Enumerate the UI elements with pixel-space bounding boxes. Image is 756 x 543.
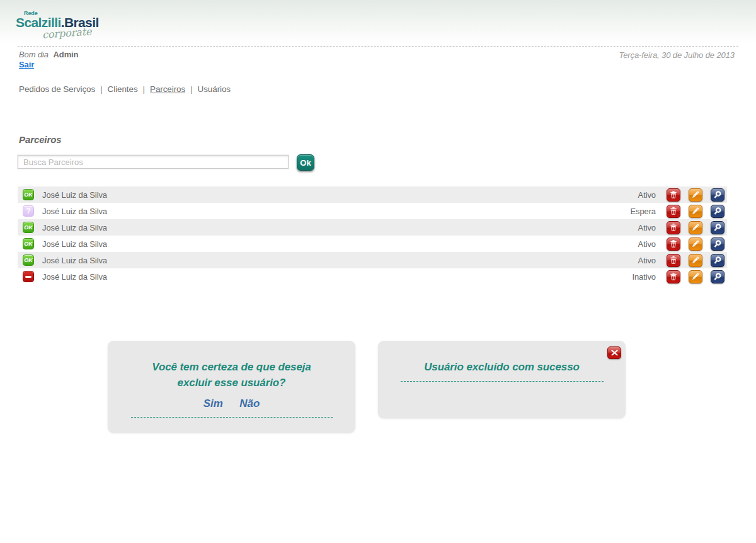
close-button[interactable] xyxy=(607,346,621,359)
trash-icon xyxy=(669,223,678,232)
greeting-text: Bom dia xyxy=(19,50,49,59)
partner-name: José Luiz da Silva xyxy=(42,256,638,265)
edit-button[interactable] xyxy=(689,237,702,251)
partners-table: OK José Luiz da Silva Ativo xyxy=(18,186,727,285)
nav-separator: | xyxy=(190,84,192,94)
confirm-message-line2: excluir esse usuário? xyxy=(108,375,355,391)
trash-icon xyxy=(669,272,678,281)
pencil-icon xyxy=(691,272,700,281)
magnifier-icon xyxy=(713,190,722,199)
table-row: OK José Luiz da Silva Ativo xyxy=(18,219,727,236)
logout-link[interactable]: Sair xyxy=(19,60,34,69)
row-actions xyxy=(667,205,724,218)
main-nav: Pedidos de Serviços|Clientes|Parceiros|U… xyxy=(19,84,231,94)
nav-separator: | xyxy=(100,84,102,94)
status-ok-icon: OK xyxy=(23,238,34,249)
edit-button[interactable] xyxy=(689,221,702,234)
close-x-icon xyxy=(610,349,619,357)
no-button[interactable]: Não xyxy=(239,397,260,409)
status-ok-icon: OK xyxy=(23,189,34,200)
table-row: OK José Luiz da Silva Ativo xyxy=(18,252,727,268)
table-row: OK José Luiz da Silva Ativo xyxy=(18,186,727,203)
view-button[interactable] xyxy=(711,237,724,251)
edit-button[interactable] xyxy=(689,270,702,283)
header-divider xyxy=(18,46,738,47)
confirm-dialog-divider xyxy=(131,417,333,418)
delete-button[interactable] xyxy=(667,237,680,251)
view-button[interactable] xyxy=(711,205,724,218)
nav-item-pedidos-de-servicos[interactable]: Pedidos de Serviços xyxy=(19,84,95,94)
trash-icon xyxy=(669,256,678,265)
view-button[interactable] xyxy=(711,188,724,202)
trash-icon xyxy=(669,190,678,199)
magnifier-icon xyxy=(713,207,722,215)
search-input[interactable] xyxy=(18,155,289,169)
search-ok-button[interactable]: Ok xyxy=(297,154,314,171)
pencil-icon xyxy=(691,190,700,199)
header-gradient-band xyxy=(0,0,756,44)
confirm-delete-dialog: Você tem certeza de que deseja excluir e… xyxy=(108,341,355,433)
view-button[interactable] xyxy=(711,270,724,283)
table-row: OK José Luiz da Silva Ativo xyxy=(18,236,727,252)
success-message: Usuário excluído com sucesso xyxy=(378,359,626,375)
partner-name: José Luiz da Silva xyxy=(42,239,638,249)
status-minus-icon xyxy=(23,271,34,282)
status-label: Espera xyxy=(630,207,656,216)
status-label: Ativo xyxy=(638,239,656,249)
current-date: Terça-feira, 30 de Julho de 2013 xyxy=(619,50,735,60)
confirm-message-line1: Você tem certeza de que deseja xyxy=(108,359,355,375)
trash-icon xyxy=(669,239,678,248)
success-dialog: Usuário excluído com sucesso xyxy=(378,341,626,418)
edit-button[interactable] xyxy=(689,188,702,202)
magnifier-icon xyxy=(713,272,722,281)
delete-button[interactable] xyxy=(667,221,680,234)
delete-button[interactable] xyxy=(667,188,680,202)
row-actions xyxy=(667,221,724,234)
page: Rede Scalzilli.Brasil corporate Bom dia … xyxy=(0,0,756,543)
edit-button[interactable] xyxy=(689,254,702,267)
pencil-icon xyxy=(691,223,700,232)
partner-name: José Luiz da Silva xyxy=(42,207,630,216)
status-ok-icon: OK xyxy=(23,222,34,233)
partner-name: José Luiz da Silva xyxy=(42,190,638,200)
confirm-choices: Sim Não xyxy=(108,397,355,410)
delete-button[interactable] xyxy=(667,270,680,283)
pencil-icon xyxy=(691,256,700,265)
row-actions xyxy=(667,188,724,202)
partner-name: José Luiz da Silva xyxy=(42,223,638,232)
greeting: Bom dia Admin xyxy=(19,50,78,59)
partner-name: José Luiz da Silva xyxy=(42,272,632,282)
table-row: José Luiz da Silva Inativo xyxy=(18,268,727,285)
status-question-icon: ? xyxy=(23,205,34,217)
pencil-icon xyxy=(691,239,700,248)
view-button[interactable] xyxy=(711,254,724,267)
nav-item-parceiros[interactable]: Parceiros xyxy=(150,84,185,94)
row-actions xyxy=(667,254,724,267)
row-actions xyxy=(667,237,724,251)
status-label: Ativo xyxy=(638,190,656,200)
magnifier-icon xyxy=(713,256,722,265)
nav-item-usuarios[interactable]: Usuários xyxy=(198,84,231,94)
confirm-message: Você tem certeza de que deseja excluir e… xyxy=(108,359,355,391)
delete-button[interactable] xyxy=(667,254,680,267)
magnifier-icon xyxy=(713,239,722,248)
row-actions xyxy=(667,270,724,283)
trash-icon xyxy=(669,207,678,215)
yes-button[interactable]: Sim xyxy=(203,397,223,409)
success-dialog-divider xyxy=(401,381,604,382)
status-ok-icon: OK xyxy=(23,254,34,266)
username: Admin xyxy=(54,50,79,59)
brand-logo: Rede Scalzilli.Brasil corporate xyxy=(16,10,110,38)
delete-button[interactable] xyxy=(667,205,680,218)
nav-item-clientes[interactable]: Clientes xyxy=(108,84,138,94)
table-row: ? José Luiz da Silva Espera xyxy=(18,203,727,219)
view-button[interactable] xyxy=(711,221,724,234)
page-title: Parceiros xyxy=(19,134,61,145)
status-label: Inativo xyxy=(632,272,656,282)
status-label: Ativo xyxy=(638,256,656,265)
pencil-icon xyxy=(691,207,700,215)
status-label: Ativo xyxy=(638,223,656,232)
edit-button[interactable] xyxy=(689,205,702,218)
nav-separator: | xyxy=(143,84,145,94)
magnifier-icon xyxy=(713,223,722,232)
